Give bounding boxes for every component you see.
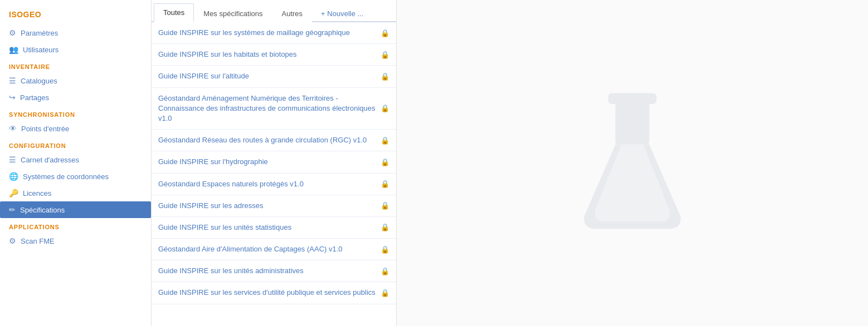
list-icon: ☰ bbox=[9, 76, 16, 85]
lock-icon: 🔒 bbox=[381, 72, 389, 81]
sidebar-item-label: Systèmes de coordonnées bbox=[23, 172, 109, 181]
spec-item-title: Guide INSPIRE sur les adresses bbox=[158, 201, 376, 211]
lock-icon: 🔒 bbox=[381, 29, 389, 37]
flask-illustration bbox=[571, 90, 694, 236]
lock-icon: 🔒 bbox=[381, 104, 389, 112]
sidebar-section-applications: APPLICATIONS ⚙ Scan FME bbox=[0, 218, 151, 249]
sidebar-item-systemes-coordonnees[interactable]: 🌐 Systèmes de coordonnées bbox=[0, 168, 151, 185]
lock-icon: 🔒 bbox=[381, 289, 389, 297]
lock-icon: 🔒 bbox=[381, 245, 389, 254]
list-item[interactable]: Guide INSPIRE sur les systèmes de mailla… bbox=[152, 22, 396, 44]
spec-item-title: Géostandard Aire d'Alimentation de Capta… bbox=[158, 244, 376, 254]
sidebar-item-utilisateurs[interactable]: 👥 Utilisateurs bbox=[0, 41, 151, 58]
section-label-configuration: CONFIGURATION bbox=[0, 137, 151, 151]
right-panel bbox=[397, 0, 868, 326]
sidebar-item-label: Paramètres bbox=[21, 29, 58, 37]
sidebar-item-label: Carnet d'adresses bbox=[21, 156, 79, 164]
sidebar-item-label: Spécifications bbox=[20, 206, 65, 214]
spec-item-title: Guide INSPIRE sur les unités statistique… bbox=[158, 223, 376, 233]
sidebar-item-scan-fme[interactable]: ⚙ Scan FME bbox=[0, 233, 151, 249]
spec-item-title: Guide INSPIRE sur les habitats et biotop… bbox=[158, 50, 376, 60]
sidebar-item-label: Partages bbox=[20, 93, 49, 102]
list-item[interactable]: Guide INSPIRE sur l'hydrographie🔒 bbox=[152, 151, 396, 173]
sidebar-item-label: Scan FME bbox=[21, 237, 55, 245]
lock-icon: 🔒 bbox=[381, 51, 389, 59]
book-icon: ☰ bbox=[9, 155, 16, 164]
lock-icon: 🔒 bbox=[381, 158, 389, 166]
sidebar-item-carnet-adresses[interactable]: ☰ Carnet d'adresses bbox=[0, 151, 151, 168]
spec-item-title: Guide INSPIRE sur les services d'utilité… bbox=[158, 288, 376, 298]
list-item[interactable]: Guide INSPIRE sur l'altitude🔒 bbox=[152, 66, 396, 87]
list-item[interactable]: Guide INSPIRE sur les unités statistique… bbox=[152, 217, 396, 239]
tab-mes-specifications[interactable]: Mes spécifications bbox=[194, 4, 272, 22]
section-label-applications: APPLICATIONS bbox=[0, 218, 151, 233]
sidebar: ISOGEO ⚙ Paramètres 👥 Utilisateurs INVEN… bbox=[0, 0, 152, 326]
sidebar-section-configuration: CONFIGURATION ☰ Carnet d'adresses 🌐 Syst… bbox=[0, 137, 151, 218]
tab-new-specification[interactable]: + Nouvelle ... bbox=[312, 5, 372, 22]
list-item[interactable]: Géostandard Aire d'Alimentation de Capta… bbox=[152, 239, 396, 260]
lock-icon: 🔒 bbox=[381, 223, 389, 231]
spec-item-title: Guide INSPIRE sur l'hydrographie bbox=[158, 157, 376, 167]
sidebar-brand: ISOGEO bbox=[0, 6, 151, 24]
gear-icon: ⚙ bbox=[9, 28, 16, 37]
tabs-bar: Toutes Mes spécifications Autres + Nouve… bbox=[152, 0, 396, 22]
sidebar-item-label: Utilisateurs bbox=[23, 46, 58, 54]
lock-icon: 🔒 bbox=[381, 136, 389, 145]
list-item[interactable]: Géostandard Espaces naturels protégés v1… bbox=[152, 174, 396, 195]
list-item[interactable]: Guide INSPIRE sur les services d'utilité… bbox=[152, 282, 396, 304]
tab-autres[interactable]: Autres bbox=[272, 4, 313, 22]
sidebar-item-label: Points d'entrée bbox=[21, 125, 69, 133]
spec-item-title: Géostandard Réseau des routes à grande c… bbox=[158, 135, 376, 145]
specifications-list-panel: Toutes Mes spécifications Autres + Nouve… bbox=[152, 0, 397, 326]
spec-item-title: Guide INSPIRE sur les unités administrat… bbox=[158, 266, 376, 276]
spec-item-title: Guide INSPIRE sur les systèmes de mailla… bbox=[158, 28, 376, 38]
list-item[interactable]: Guide INSPIRE sur les unités administrat… bbox=[152, 260, 396, 282]
specifications-list: Guide INSPIRE sur les systèmes de mailla… bbox=[152, 22, 396, 326]
list-item[interactable]: Guide INSPIRE sur les habitats et biotop… bbox=[152, 44, 396, 66]
svg-rect-1 bbox=[608, 93, 657, 104]
sidebar-item-label: Licences bbox=[23, 189, 51, 197]
spec-item-title: Géostandard Espaces naturels protégés v1… bbox=[158, 179, 376, 189]
section-label-synchronisation: SYNCHRONISATION bbox=[0, 106, 151, 120]
sidebar-section-synchronisation: SYNCHRONISATION 👁 Points d'entrée bbox=[0, 106, 151, 137]
sidebar-section-admin: ⚙ Paramètres 👥 Utilisateurs bbox=[0, 24, 151, 58]
list-item[interactable]: Géostandard Aménagement Numérique des Te… bbox=[152, 88, 396, 130]
sidebar-item-licences[interactable]: 🔑 Licences bbox=[0, 185, 151, 201]
main-content: Toutes Mes spécifications Autres + Nouve… bbox=[152, 0, 868, 326]
pencil-icon: ✏ bbox=[9, 205, 16, 214]
sidebar-item-partages[interactable]: ↪ Partages bbox=[0, 89, 151, 106]
list-item[interactable]: Géostandard Réseau des routes à grande c… bbox=[152, 130, 396, 151]
key-icon: 🔑 bbox=[9, 189, 18, 197]
users-icon: 👥 bbox=[9, 45, 18, 54]
scan-icon: ⚙ bbox=[9, 236, 16, 245]
sidebar-item-specifications[interactable]: ✏ Spécifications bbox=[0, 201, 151, 218]
sidebar-item-catalogues[interactable]: ☰ Catalogues bbox=[0, 72, 151, 89]
lock-icon: 🔒 bbox=[381, 180, 389, 188]
eye-icon: 👁 bbox=[9, 124, 17, 133]
share-icon: ↪ bbox=[9, 93, 16, 102]
spec-item-title: Géostandard Aménagement Numérique des Te… bbox=[158, 93, 376, 124]
sidebar-item-parametres[interactable]: ⚙ Paramètres bbox=[0, 24, 151, 41]
lock-icon: 🔒 bbox=[381, 267, 389, 275]
globe-icon: 🌐 bbox=[9, 172, 18, 181]
sidebar-item-points-entree[interactable]: 👁 Points d'entrée bbox=[0, 120, 151, 137]
section-label-inventaire: INVENTAIRE bbox=[0, 58, 151, 72]
list-item[interactable]: Guide INSPIRE sur les adresses🔒 bbox=[152, 195, 396, 217]
spec-item-title: Guide INSPIRE sur l'altitude bbox=[158, 71, 376, 81]
tab-toutes[interactable]: Toutes bbox=[154, 3, 194, 22]
sidebar-section-inventaire: INVENTAIRE ☰ Catalogues ↪ Partages bbox=[0, 58, 151, 106]
lock-icon: 🔒 bbox=[381, 201, 389, 210]
sidebar-item-label: Catalogues bbox=[21, 77, 57, 85]
